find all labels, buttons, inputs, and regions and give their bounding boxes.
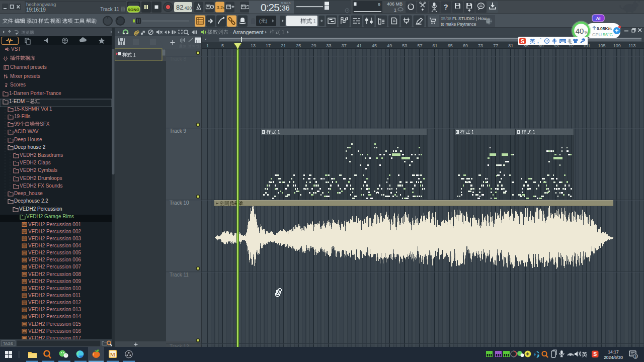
svg-text:105: 105 <box>598 43 606 48</box>
svg-text:VEDH2 Percussion 016: VEDH2 Percussion 016 <box>28 328 81 334</box>
svg-text:Deephouse 2.2: Deephouse 2.2 <box>14 198 48 204</box>
svg-text:-: - <box>230 29 232 35</box>
svg-text:TAGS: TAGS <box>3 341 13 346</box>
svg-text:VEDH2 Drumloops: VEDH2 Drumloops <box>20 175 62 181</box>
svg-text:VEDH2 Percussion 001: VEDH2 Percussion 001 <box>28 222 81 227</box>
svg-text:3.2s: 3.2s <box>217 5 225 10</box>
svg-text:SFX: SFX <box>40 121 50 127</box>
svg-text:2024/6/30: 2024/6/30 <box>604 355 623 360</box>
svg-text:Deep house 2: Deep house 2 <box>14 144 46 150</box>
svg-text:53: 53 <box>402 43 407 48</box>
svg-text:61: 61 <box>433 43 438 48</box>
svg-text:1-EDM --: 1-EDM -- <box>9 99 30 104</box>
svg-text:25: 25 <box>296 43 301 48</box>
svg-text:0:25:: 0:25: <box>261 2 282 13</box>
svg-text:Mixer presets: Mixer presets <box>10 73 40 79</box>
svg-text:1: 1 <box>394 7 396 13</box>
svg-text:ACID WAV: ACID WAV <box>14 129 39 134</box>
svg-text:15-KSHMR Vol 1: 15-KSHMR Vol 1 <box>14 106 52 112</box>
svg-text:77: 77 <box>493 43 498 48</box>
svg-text:93: 93 <box>554 43 559 48</box>
svg-text:VEDH2 Percussion 012: VEDH2 Percussion 012 <box>28 300 81 305</box>
svg-text:.420: .420 <box>183 6 192 11</box>
svg-text:M: M <box>110 351 116 357</box>
svg-text:41: 41 <box>357 43 362 48</box>
svg-text:29: 29 <box>311 43 316 48</box>
svg-text:VEDH2 Percussion 003: VEDH2 Percussion 003 <box>28 236 81 241</box>
svg-text:VEDH2 Percussion 015: VEDH2 Percussion 015 <box>28 321 81 327</box>
svg-text:406 MB: 406 MB <box>387 2 403 7</box>
svg-text:17: 17 <box>266 43 271 48</box>
svg-text:97: 97 <box>569 43 574 48</box>
svg-text:13: 13 <box>251 43 256 48</box>
svg-text:113: 113 <box>628 43 635 48</box>
svg-text:VEDH2 Garage Rims: VEDH2 Garage Rims <box>26 214 74 219</box>
svg-text:Track 8: Track 8 <box>170 56 186 62</box>
svg-text:to make Psytrance: to make Psytrance <box>441 22 476 27</box>
svg-text:1: 1 <box>313 18 316 24</box>
svg-text:49: 49 <box>387 43 392 48</box>
svg-text:VEDH2 Bassdrums: VEDH2 Bassdrums <box>20 152 63 158</box>
svg-text:57: 57 <box>417 43 422 48</box>
svg-text:69: 69 <box>463 43 468 48</box>
svg-text:109: 109 <box>613 43 621 48</box>
svg-text:Deep House: Deep House <box>14 137 42 142</box>
svg-text:9: 9 <box>378 2 380 7</box>
svg-text:Deep_house: Deep_house <box>14 191 43 196</box>
svg-text:Track 9: Track 9 <box>170 128 186 134</box>
svg-text:1-Darren Porter-Trance: 1-Darren Porter-Trance <box>9 90 61 96</box>
svg-text:VST: VST <box>11 46 21 52</box>
svg-text:89: 89 <box>539 43 544 48</box>
svg-text:S: S <box>593 351 597 357</box>
svg-text:VEDH2 Percussion 011: VEDH2 Percussion 011 <box>28 293 81 298</box>
svg-text:85: 85 <box>523 43 528 48</box>
svg-text:VEDH2 FX Sounds: VEDH2 FX Sounds <box>20 183 63 189</box>
svg-text:19-Fills: 19-Fills <box>14 114 30 119</box>
svg-text:14:17: 14:17 <box>608 349 619 354</box>
svg-text:19:16:19: 19:16:19 <box>26 7 46 13</box>
svg-text:Arrangement: Arrangement <box>233 29 264 35</box>
svg-text:VEDH2 Percussion 013: VEDH2 Percussion 013 <box>28 307 81 312</box>
svg-text:VEDH2 Percussion 014: VEDH2 Percussion 014 <box>28 314 81 319</box>
svg-text:VEDH2 Percussion 006: VEDH2 Percussion 006 <box>28 257 81 262</box>
svg-text:81: 81 <box>508 43 513 48</box>
svg-text:73: 73 <box>478 43 483 48</box>
svg-text:101: 101 <box>583 43 590 48</box>
svg-text:VEDH2 Percussion 004: VEDH2 Percussion 004 <box>28 243 81 248</box>
svg-text:Channel presets: Channel presets <box>10 64 47 70</box>
svg-text:SONG: SONG <box>128 8 140 12</box>
svg-text:3: 3 <box>634 354 636 359</box>
svg-text:?: ? <box>444 3 448 11</box>
svg-text:VEDH2 Percussion 007: VEDH2 Percussion 007 <box>28 264 81 269</box>
svg-text:Track 11: Track 11 <box>100 7 119 12</box>
svg-text:Track 10: Track 10 <box>170 200 189 206</box>
svg-text:36: 36 <box>282 4 290 12</box>
svg-text:82: 82 <box>176 4 183 11</box>
svg-text:VEDH2 Percussion 002: VEDH2 Percussion 002 <box>28 229 81 234</box>
svg-text:VEDH2 Claps: VEDH2 Claps <box>20 160 51 165</box>
svg-text:Scores: Scores <box>10 82 26 87</box>
svg-text:M:SEC.S: M:SEC.S <box>281 2 291 5</box>
svg-text:VEDH2 Percussion 009: VEDH2 Percussion 009 <box>28 279 81 284</box>
svg-text:21: 21 <box>281 43 286 48</box>
svg-text:1: 1 <box>206 43 209 48</box>
svg-text:VEDH2 Cymbals: VEDH2 Cymbals <box>20 167 57 173</box>
svg-text:VEDH2 Percussion 010: VEDH2 Percussion 010 <box>28 286 81 291</box>
svg-text:FL STUDIO | How: FL STUDIO | How <box>452 16 487 21</box>
svg-text:VEDH2 Percussion 005: VEDH2 Percussion 005 <box>28 250 81 255</box>
svg-text:45: 45 <box>372 43 377 48</box>
svg-text:5: 5 <box>221 43 224 48</box>
svg-text:33: 33 <box>327 43 332 48</box>
svg-text:05/08: 05/08 <box>441 16 452 21</box>
svg-text:65: 65 <box>448 43 453 48</box>
svg-text:37: 37 <box>342 43 347 48</box>
svg-text:): ) <box>266 18 267 24</box>
svg-text:VEDH2 Percussion: VEDH2 Percussion <box>19 206 62 212</box>
svg-text:hechengwang: hechengwang <box>26 2 56 7</box>
svg-text:99: 99 <box>14 121 20 127</box>
svg-text:Track 11: Track 11 <box>170 272 189 278</box>
svg-text:VEDH2 Percussion 008: VEDH2 Percussion 008 <box>28 272 81 277</box>
